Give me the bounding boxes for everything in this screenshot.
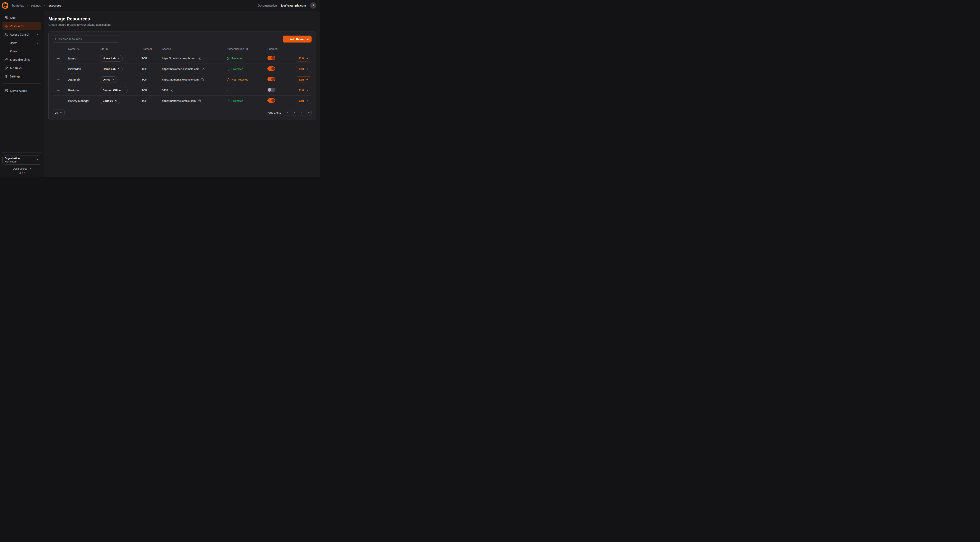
shield-check-icon <box>227 57 230 60</box>
sidebar-item-settings[interactable]: Settings <box>2 73 41 80</box>
enabled-toggle[interactable] <box>267 67 275 71</box>
resource-protocol: TCP <box>142 78 162 81</box>
chevrons-right-icon <box>307 112 310 114</box>
resource-access: https://immich.example.com <box>162 57 196 60</box>
sidebar-item-api-keys[interactable]: API Keys <box>2 64 41 72</box>
search-icon <box>55 38 57 40</box>
search-input[interactable] <box>59 37 118 41</box>
pagination: Page 1 of 1 <box>267 110 312 115</box>
resource-name: Postgres <box>68 89 100 92</box>
arrow-up-right-icon <box>117 57 120 60</box>
row-actions-button[interactable] <box>53 66 60 72</box>
sidebar-item-label: Sites <box>10 16 16 19</box>
open-source-link[interactable]: Open Source <box>2 167 41 170</box>
external-link-icon <box>29 167 31 170</box>
topbar-right: Documentation joe@example.com J <box>258 2 316 9</box>
breadcrumb-settings[interactable]: settings <box>31 4 41 7</box>
row-actions-button[interactable] <box>53 77 60 83</box>
site-link[interactable]: Home Lab <box>100 66 123 72</box>
sidebar-item-access-control[interactable]: Access Control <box>2 31 41 38</box>
sidebar-item-shareable-links[interactable]: Shareable Links <box>2 56 41 63</box>
sidebar-item-resources[interactable]: Resources <box>2 22 41 30</box>
sidebar-item-server-admin[interactable]: Server Admin <box>2 87 41 94</box>
page-size-select[interactable]: 20 <box>53 110 65 116</box>
edit-button[interactable]: Edit <box>296 98 311 104</box>
table-row: Bitwarden Home Lab TCP https://bitwarden… <box>53 64 312 74</box>
app-logo[interactable] <box>2 2 9 9</box>
resource-name: Authentik <box>68 78 100 81</box>
site-link[interactable]: Home Lab <box>100 55 123 62</box>
documentation-link[interactable]: Documentation <box>258 4 277 7</box>
enabled-toggle[interactable] <box>267 98 275 103</box>
sort-icon <box>77 48 80 50</box>
toggle-knob <box>271 67 275 70</box>
row-actions-button[interactable] <box>53 98 60 104</box>
edit-button[interactable]: Edit <box>296 87 311 93</box>
arrow-right-icon <box>305 68 308 70</box>
user-email[interactable]: joe@example.com <box>281 4 306 7</box>
copy-button[interactable] <box>200 78 204 81</box>
table-row: Immich Home Lab TCP https://immich.examp… <box>53 53 312 64</box>
col-access: Access <box>162 48 227 51</box>
sidebar-item-label: Shareable Links <box>10 58 30 61</box>
enabled-toggle[interactable] <box>267 88 275 92</box>
shield-check-icon <box>227 99 230 103</box>
key-icon <box>5 67 8 70</box>
ellipsis-icon <box>57 99 60 103</box>
col-authentication[interactable]: Authentication <box>227 48 267 51</box>
pangolin-logo-icon <box>2 2 9 9</box>
version-label: v1.3.0 <box>2 172 41 175</box>
copy-button[interactable] <box>201 67 205 71</box>
edit-button[interactable]: Edit <box>296 66 311 72</box>
edit-label: Edit <box>299 99 304 102</box>
row-actions-button[interactable] <box>53 56 60 61</box>
breadcrumb-separator-icon <box>26 4 29 7</box>
table-row: Battery Manager Edge 01 TCP https://batt… <box>53 96 312 106</box>
first-page-button[interactable] <box>285 110 290 115</box>
edit-button[interactable]: Edit <box>296 55 311 62</box>
copy-icon <box>170 89 173 92</box>
arrow-right-icon <box>305 99 308 102</box>
breadcrumb-home-lab[interactable]: home-lab <box>12 4 24 7</box>
auth-status-badge: - <box>227 89 267 92</box>
sidebar-item-roles[interactable]: Roles <box>2 48 41 55</box>
next-page-button[interactable] <box>299 110 304 115</box>
sidebar-item-label: Access Control <box>10 33 29 36</box>
organization-selector[interactable]: Organization Home Lab <box>2 156 41 164</box>
prev-page-button[interactable] <box>292 110 297 115</box>
auth-status-label: Not Protected <box>231 78 248 81</box>
shell: Sites Resources Access Control Users <box>0 11 320 177</box>
sidebar-item-label: Settings <box>10 75 20 78</box>
sidebar-divider <box>3 83 41 84</box>
copy-icon <box>199 57 201 60</box>
edit-button[interactable]: Edit <box>296 77 311 83</box>
enabled-toggle[interactable] <box>267 56 275 60</box>
copy-icon <box>202 68 205 70</box>
last-page-button[interactable] <box>306 110 312 115</box>
avatar[interactable]: J <box>310 2 316 9</box>
sidebar-item-label: Users <box>10 41 18 45</box>
chevron-down-icon <box>37 33 39 36</box>
site-link[interactable]: Office <box>100 77 118 83</box>
copy-button[interactable] <box>170 89 173 92</box>
add-resource-button[interactable]: Add Resource <box>283 35 312 43</box>
organization-texts: Organization Home Lab <box>5 157 20 163</box>
col-name[interactable]: Name <box>68 48 100 51</box>
topbar: home-lab settings resources Documentatio… <box>0 0 320 11</box>
col-enabled: Enabled <box>267 48 296 51</box>
chevrons-up-down-icon <box>37 159 39 161</box>
page-subtitle: Create secure proxies to your private ap… <box>48 23 316 26</box>
sort-icon <box>245 48 248 50</box>
chevron-right-icon <box>37 41 39 44</box>
sidebar: Sites Resources Access Control Users <box>0 11 44 177</box>
col-site[interactable]: Site <box>100 48 142 51</box>
link-icon <box>5 58 8 61</box>
sidebar-item-users[interactable]: Users <box>2 39 41 46</box>
site-link[interactable]: Edge 01 <box>100 98 120 104</box>
enabled-toggle[interactable] <box>267 77 275 81</box>
site-link[interactable]: Second Office <box>100 87 128 93</box>
row-actions-button[interactable] <box>53 88 60 93</box>
copy-button[interactable] <box>198 57 202 60</box>
sidebar-item-sites[interactable]: Sites <box>2 14 41 21</box>
copy-button[interactable] <box>198 99 201 103</box>
